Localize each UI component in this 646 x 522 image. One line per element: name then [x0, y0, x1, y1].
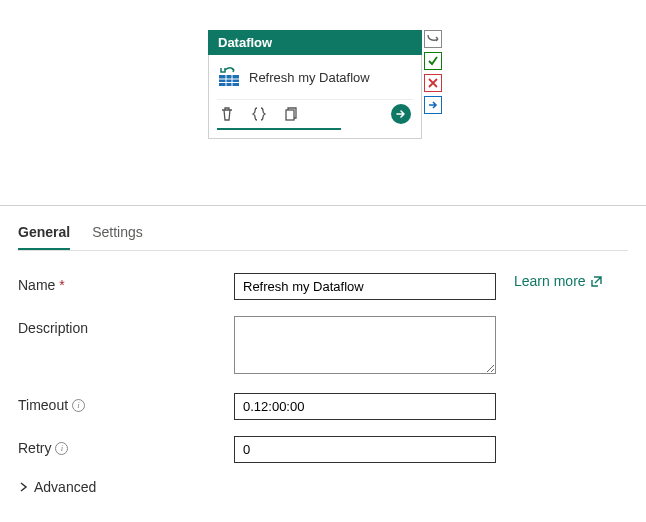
copy-icon[interactable] [283, 106, 299, 122]
pipeline-canvas[interactable]: Dataflow Refresh my Dataflow [0, 0, 646, 205]
properties-panel: General Settings Name* Learn more Descri… [0, 206, 646, 513]
retry-input[interactable] [234, 436, 496, 463]
info-icon[interactable]: i [55, 442, 68, 455]
chevron-right-icon [18, 482, 28, 492]
retry-label: Retry i [18, 436, 234, 456]
name-input[interactable] [234, 273, 496, 300]
run-arrow-icon[interactable] [391, 104, 411, 124]
description-label: Description [18, 316, 234, 336]
success-handle-icon[interactable] [424, 52, 442, 70]
code-braces-icon[interactable] [251, 106, 267, 122]
svg-rect-0 [219, 75, 239, 86]
learn-more-link[interactable]: Learn more [514, 273, 603, 289]
tab-general[interactable]: General [18, 218, 70, 250]
delete-icon[interactable] [219, 106, 235, 122]
timeout-input[interactable] [234, 393, 496, 420]
svg-rect-5 [286, 110, 294, 120]
info-icon[interactable]: i [72, 399, 85, 412]
name-label: Name* [18, 273, 234, 293]
activity-card-dataflow[interactable]: Dataflow Refresh my Dataflow [208, 30, 422, 139]
completion-handle-icon[interactable] [424, 96, 442, 114]
advanced-toggle[interactable]: Advanced [18, 479, 628, 495]
external-link-icon [590, 275, 603, 288]
dataflow-icon [217, 65, 241, 89]
timeout-label: Timeout i [18, 393, 234, 413]
description-input[interactable] [234, 316, 496, 374]
activity-name-label: Refresh my Dataflow [249, 70, 370, 85]
skip-handle-icon[interactable] [424, 30, 442, 48]
activity-status-handles [424, 30, 442, 114]
failure-handle-icon[interactable] [424, 74, 442, 92]
activity-type-header: Dataflow [208, 30, 422, 55]
tab-settings[interactable]: Settings [92, 218, 143, 250]
tab-row: General Settings [18, 218, 628, 251]
